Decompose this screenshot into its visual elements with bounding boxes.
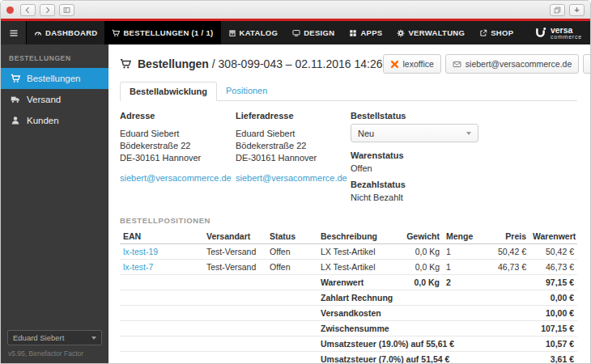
- nav-item-dashboard[interactable]: DASHBOARD: [27, 21, 104, 44]
- nav-item-design[interactable]: DESIGN: [285, 21, 342, 44]
- nav-item-katalog[interactable]: KATALOG: [221, 21, 286, 44]
- ean-cell: lx-test-7: [120, 260, 203, 275]
- warenwert-cell: 46,73 €: [529, 260, 577, 275]
- order-status-select[interactable]: Neu: [351, 124, 478, 142]
- versandart-cell: Test-Versand: [203, 260, 266, 275]
- status-cell: Offen: [266, 260, 317, 275]
- email-button[interactable]: siebert@versacommerce.de: [445, 54, 579, 74]
- summary-row-zahlart: Zahlart Rechnung 0,00 €: [120, 290, 577, 306]
- warenwert-cell: 50,42 €: [529, 244, 577, 260]
- user-select[interactable]: Eduard Siebert: [7, 330, 102, 345]
- address-line: DE-30161 Hannover: [236, 152, 351, 164]
- sidebar: BESTELLUNGEN Bestellungen Versand Kunden…: [1, 44, 108, 363]
- goods-status-label: Warenstatus: [351, 150, 533, 160]
- tab-bestellabwicklung[interactable]: Bestellabwicklung: [120, 82, 217, 101]
- preis-cell: 50,42 €: [479, 244, 529, 260]
- summary-value: 97,15 €: [529, 275, 577, 290]
- sidebar-item-label: Versand: [27, 95, 61, 104]
- header-actions: lexoffice siebert@versacommerce.de Packl…: [383, 54, 591, 74]
- shipping-address-block: Lieferadresse Eduard Siebert Bödekerstra…: [236, 111, 351, 209]
- external-link-icon: [479, 29, 487, 37]
- order-status-label: Bestellstatus: [351, 111, 533, 121]
- tab-bar: Bestellabwicklung Positionen: [120, 81, 577, 101]
- positions-section-label: BESTELLPOSITIONEN: [120, 216, 577, 225]
- nav-label: DESIGN: [304, 28, 334, 37]
- positions-table: EAN Versandart Status Beschreibung Gewic…: [120, 229, 577, 363]
- status-cell: Offen: [266, 244, 317, 260]
- hamburger-icon: [9, 28, 19, 38]
- customer-email-link[interactable]: siebert@versacommerce.de: [120, 173, 232, 183]
- order-details: Adresse Eduard Siebert Bödekerstraße 22 …: [120, 111, 577, 209]
- col-status: Status: [266, 229, 317, 244]
- beschreibung-cell: LX Test-Artikel: [317, 260, 398, 275]
- gewicht-cell: 0,0 Kg: [398, 260, 443, 275]
- summary-value: 3,61 €: [529, 352, 577, 364]
- summary-label: Zwischensumme: [317, 321, 529, 336]
- user-select-value: Eduard Siebert: [13, 333, 64, 342]
- billing-address-block: Adresse Eduard Siebert Bödekerstraße 22 …: [120, 111, 236, 209]
- forward-button[interactable]: [40, 4, 55, 16]
- sidebar-item-label: Bestellungen: [27, 74, 81, 83]
- sidebar-item-kunden[interactable]: Kunden: [1, 110, 108, 131]
- ean-link[interactable]: lx-test-7: [123, 262, 153, 272]
- col-preis: Preis: [479, 229, 529, 244]
- main-content: Bestellungen / 308-099-043 – 02.11.2016 …: [108, 44, 590, 363]
- sidebar-item-bestellungen[interactable]: Bestellungen: [1, 68, 108, 89]
- customer-email-link[interactable]: siebert@versacommerce.de: [236, 173, 347, 183]
- nav-item-verwaltung[interactable]: VERWALTUNG: [389, 21, 472, 44]
- sidebar-item-label: Kunden: [27, 116, 59, 125]
- brand-logo: versa commerce: [526, 21, 590, 44]
- email-button-label: siebert@versacommerce.de: [466, 59, 572, 69]
- summary-row-zwischensumme: Zwischensumme 107,15 €: [120, 321, 577, 336]
- dashboard-icon: [34, 29, 42, 37]
- col-gewicht: Gewicht: [398, 229, 443, 244]
- packliste-button[interactable]: Packliste: [583, 54, 590, 74]
- nav-item-bestellungen[interactable]: BESTELLUNGEN (1 / 1): [104, 21, 220, 44]
- sidebar-item-versand[interactable]: Versand: [1, 89, 108, 110]
- chevron-down-icon: [466, 132, 471, 135]
- lexoffice-label: lexoffice: [403, 59, 434, 69]
- summary-row-warenwert: Warenwert 0,0 Kg 2 97,15 €: [120, 275, 577, 290]
- monitor-icon: [292, 29, 300, 37]
- window-close-icon[interactable]: [6, 6, 14, 14]
- summary-value: 10,57 €: [529, 336, 577, 352]
- new-tab-button[interactable]: +: [569, 4, 585, 16]
- nav-label: BESTELLUNGEN (1 / 1): [123, 28, 213, 37]
- menge-cell: 1: [443, 260, 479, 275]
- page-header: Bestellungen / 308-099-043 – 02.11.2016 …: [120, 54, 577, 74]
- order-status-value: Neu: [358, 129, 374, 138]
- payment-status-value: Nicht Bezahlt: [351, 193, 533, 202]
- user-icon: [11, 116, 20, 125]
- tab-positionen[interactable]: Positionen: [217, 82, 276, 101]
- chevron-down-icon: [91, 336, 96, 340]
- nav-label: DASHBOARD: [45, 28, 97, 37]
- cart-icon: [120, 58, 131, 70]
- ean-cell: lx-test-19: [120, 244, 203, 260]
- nav-item-apps[interactable]: APPS: [342, 21, 389, 44]
- back-button[interactable]: [20, 4, 36, 16]
- summary-label: Zahlart Rechnung: [317, 290, 529, 306]
- lexoffice-button[interactable]: lexoffice: [383, 54, 441, 74]
- logo-line2: commerce: [551, 34, 582, 40]
- beschreibung-cell: LX Test-Artikel: [317, 244, 398, 260]
- browser-window: + DASHBOARD BESTELLUNGEN (1 / 1) KATALOG…: [0, 0, 591, 364]
- tab-overview-button[interactable]: [550, 4, 565, 16]
- nav-item-shop[interactable]: SHOP: [472, 21, 521, 44]
- summary-label: Versandkosten: [317, 306, 529, 321]
- order-item-row: lx-test-7 Test-Versand Offen LX Test-Art…: [120, 260, 577, 275]
- menge-cell: 1: [443, 244, 479, 260]
- summary-label: Umsatzsteuer (19.0%) auf 55,61 €: [317, 336, 529, 352]
- summary-label: Umsatzsteuer (7.0%) auf 51,54 €: [317, 352, 529, 364]
- address-line: Eduard Siebert: [120, 128, 236, 140]
- ean-link[interactable]: lx-test-19: [123, 247, 158, 256]
- summary-value: 10,00 €: [529, 306, 577, 321]
- sidebar-toggle-button[interactable]: [59, 4, 74, 16]
- sidebar-footer: Eduard Siebert v5.95, Benefactor Factor: [7, 330, 102, 358]
- nav-label: SHOP: [491, 28, 513, 37]
- address-heading: Adresse: [120, 111, 236, 121]
- shipping-address-heading: Lieferadresse: [236, 111, 351, 121]
- menu-toggle-button[interactable]: [1, 21, 27, 44]
- version-text: v5.95, Benefactor Factor: [7, 349, 102, 358]
- truck-icon: [11, 95, 20, 104]
- nav-label: APPS: [360, 28, 382, 37]
